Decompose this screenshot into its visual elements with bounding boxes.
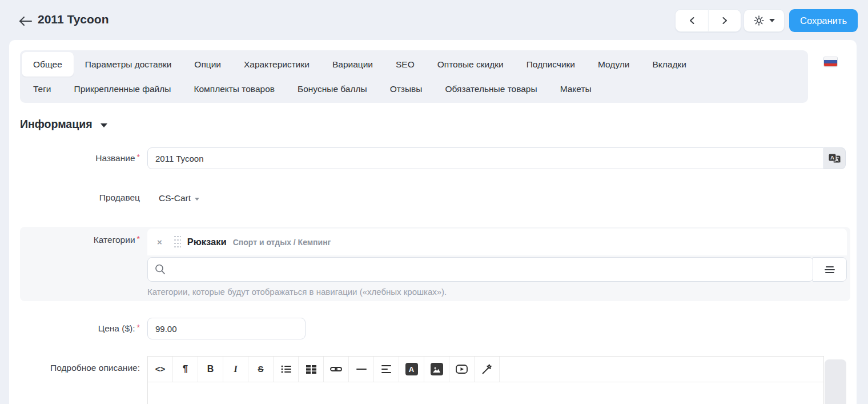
product-tabs: ОбщееПараметры доставкиОпцииХарактеристи… <box>20 50 808 103</box>
editor-scrollbar[interactable] <box>825 359 846 404</box>
tab-item[interactable]: Отзывы <box>379 77 434 101</box>
tab-item[interactable]: Параметры доставки <box>74 52 183 77</box>
svg-text:A: A <box>830 154 834 161</box>
paragraph-icon: ¶ <box>183 363 188 375</box>
vendor-label: Продавец <box>9 193 140 203</box>
category-name[interactable]: Рюкзаки <box>187 237 227 247</box>
toolbar-bold-button[interactable]: B <box>198 357 223 382</box>
rich-text-toolbar: <>¶BISA <box>147 356 824 382</box>
tab-item[interactable]: Теги <box>22 77 63 101</box>
tab-item[interactable]: Опции <box>183 52 232 77</box>
toolbar-magic-wand-button[interactable] <box>475 357 500 382</box>
video-icon <box>456 365 468 374</box>
tab-item[interactable]: Бонусные баллы <box>286 77 379 101</box>
category-tree-button[interactable] <box>813 257 847 282</box>
tab-item[interactable]: Оптовые скидки <box>426 52 515 77</box>
vendor-value: CS-Cart <box>159 193 191 203</box>
drag-handle-icon[interactable] <box>173 234 181 250</box>
tab-item[interactable]: Модули <box>586 52 641 77</box>
toolbar-paragraph-button[interactable]: ¶ <box>173 357 198 382</box>
page-title: 2011 Tycoon <box>38 13 109 26</box>
strikethrough-icon: S <box>258 364 263 374</box>
tabs-row-1: ОбщееПараметры доставкиОпцииХарактеристи… <box>22 52 806 77</box>
tab-item[interactable]: Обязательные товары <box>433 77 548 101</box>
translate-addon-button[interactable]: A <box>824 147 846 169</box>
menu-lines-icon <box>824 266 835 274</box>
required-asterisk: * <box>137 153 140 162</box>
product-edit-page: { "header": { "title": "2011 Tycoon", "s… <box>0 0 868 404</box>
category-search-input[interactable] <box>147 257 814 282</box>
tabs-row-2: ТегиПрикрепленные файлыКомплекты товаров… <box>22 77 806 101</box>
toolbar-italic-button[interactable]: I <box>223 357 248 382</box>
categories-hint: Категории, которые будут отображаться в … <box>147 287 447 297</box>
price-input[interactable] <box>147 318 306 339</box>
bullet-list-icon <box>281 365 291 374</box>
toolbar-strikethrough-button[interactable]: S <box>248 357 274 382</box>
settings-dropdown-button[interactable] <box>744 9 785 32</box>
tab-item[interactable]: Вкладки <box>641 52 698 77</box>
category-chip: × Рюкзаки Спорт и отдых / Кемпинг <box>147 229 847 255</box>
tab-item[interactable]: Комплекты товаров <box>182 77 286 101</box>
translate-icon: A <box>828 153 842 163</box>
save-button[interactable]: Сохранить <box>789 9 858 32</box>
toolbar-link-button[interactable] <box>324 357 349 382</box>
toolbar-font-block-button[interactable]: A <box>399 357 424 382</box>
toolbar-horizontal-rule-button[interactable] <box>349 357 374 382</box>
caret-down-icon <box>769 19 775 22</box>
toolbar-image-button[interactable] <box>424 357 449 382</box>
toolbar-video-button[interactable] <box>449 357 475 382</box>
name-label: Название* <box>9 153 140 163</box>
back-button[interactable] <box>17 14 34 29</box>
image-icon <box>431 363 443 375</box>
table-icon <box>306 365 316 374</box>
caret-down-icon <box>195 198 199 201</box>
chevron-right-icon <box>721 16 729 25</box>
tab-item[interactable]: Общее <box>22 52 74 77</box>
toolbar-table-button[interactable] <box>299 357 324 382</box>
toolbar-code-button[interactable]: <> <box>148 357 173 382</box>
bold-icon: B <box>207 364 214 374</box>
product-form-card: ОбщееПараметры доставкиОпцииХарактеристи… <box>9 40 857 404</box>
russian-flag-icon[interactable] <box>824 57 837 66</box>
description-editor-area[interactable] <box>147 382 824 404</box>
required-asterisk: * <box>137 323 140 332</box>
tab-item[interactable]: Подписчики <box>515 52 586 77</box>
category-breadcrumb: Спорт и отдых / Кемпинг <box>233 238 331 247</box>
magic-wand-icon <box>481 364 492 375</box>
section-information-toggle[interactable]: Информация <box>20 118 107 131</box>
chevron-left-icon <box>688 16 696 25</box>
remove-category-button[interactable]: × <box>157 237 162 247</box>
toolbar-bullet-list-button[interactable] <box>274 357 299 382</box>
tab-item[interactable]: SEO <box>384 52 426 77</box>
required-asterisk: * <box>137 234 140 243</box>
toolbar-align-button[interactable] <box>374 357 399 382</box>
prev-product-button[interactable] <box>675 9 708 32</box>
tab-item[interactable]: Прикрепленные файлы <box>63 77 183 101</box>
back-arrow-icon <box>18 15 33 27</box>
italic-icon: I <box>234 364 237 374</box>
name-input[interactable] <box>147 147 824 169</box>
caret-down-icon <box>101 123 107 127</box>
align-icon <box>381 365 391 373</box>
horizontal-rule-icon <box>356 368 367 370</box>
next-product-button[interactable] <box>708 9 741 32</box>
tab-item[interactable]: Макеты <box>549 77 603 101</box>
link-icon <box>330 366 342 373</box>
section-title: Информация <box>20 118 93 131</box>
gear-icon <box>753 15 765 26</box>
tab-item[interactable]: Характеристики <box>232 52 321 77</box>
prev-next-group <box>675 9 741 32</box>
categories-label: Категории* <box>9 234 140 245</box>
tab-item[interactable]: Вариации <box>321 52 384 77</box>
font-block-icon: A <box>405 363 418 375</box>
price-label: Цена ($):* <box>9 323 140 334</box>
description-label: Подробное описание: <box>9 363 140 373</box>
vendor-select[interactable]: CS-Cart <box>159 193 199 203</box>
code-icon: <> <box>155 364 166 374</box>
